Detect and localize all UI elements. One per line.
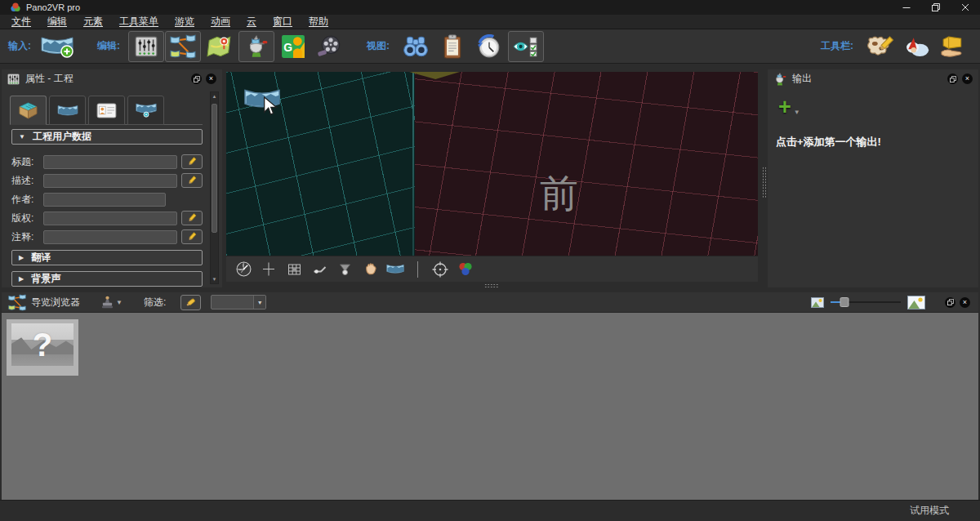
- description-input[interactable]: [43, 174, 177, 188]
- tab-viewing-parameters[interactable]: [127, 96, 164, 125]
- float-panel-button[interactable]: [191, 73, 202, 84]
- tab-user-data[interactable]: [88, 96, 125, 125]
- scroll-up-icon[interactable]: ▲: [211, 92, 218, 100]
- tour-browser-content[interactable]: ?: [2, 312, 978, 500]
- panorama-view-button[interactable]: [385, 260, 405, 279]
- author-input[interactable]: [43, 193, 166, 207]
- stamp-icon: [101, 296, 114, 309]
- comment-edit-button[interactable]: [181, 229, 203, 244]
- chevron-right-icon: ▶: [19, 275, 24, 283]
- input-group-label: 输入:: [8, 39, 31, 53]
- main-toolbar: 输入: 编辑: G: [0, 29, 980, 64]
- comment-label: 注释:: [11, 230, 39, 244]
- menu-tools[interactable]: 工具菜单: [111, 15, 167, 29]
- level-tool-icon: [312, 262, 327, 277]
- scrollbar-thumb[interactable]: [212, 104, 217, 233]
- title-edit-button[interactable]: [181, 154, 203, 169]
- section-project-user-data[interactable]: ▼ 工程用户数据: [11, 129, 203, 145]
- menu-tour[interactable]: 游览: [167, 15, 203, 29]
- menu-elements[interactable]: 元素: [75, 15, 111, 29]
- thumbnail-size-slider[interactable]: [831, 296, 901, 308]
- horizontal-splitter-handle[interactable]: [484, 283, 499, 287]
- output-panel-button[interactable]: [238, 31, 274, 62]
- preview-time-icon: [477, 34, 501, 59]
- center-target-button[interactable]: [430, 260, 450, 279]
- projection-cone-button[interactable]: [335, 260, 354, 279]
- components-report-button[interactable]: [434, 31, 470, 62]
- close-panel-button[interactable]: ×: [962, 73, 973, 84]
- package-output-button[interactable]: [935, 31, 971, 62]
- viewer-canvas[interactable]: 前: [226, 72, 758, 256]
- properties-content: ▼ 工程用户数据 标题: 描述: 作者: 版权:: [2, 125, 222, 287]
- gnome-cloud-button[interactable]: [898, 31, 934, 62]
- chevron-right-icon: ▶: [19, 254, 24, 261]
- add-output-button[interactable]: + ▼: [778, 98, 800, 116]
- animation-editor-button[interactable]: [312, 31, 348, 62]
- toolbar-separator: [417, 261, 418, 278]
- scroll-down-icon[interactable]: ▼: [211, 275, 218, 283]
- properties-icon: [7, 73, 20, 85]
- panorama-thumbnail[interactable]: ?: [7, 319, 78, 376]
- components-report-icon: [443, 34, 462, 59]
- close-panel-button[interactable]: ×: [206, 73, 216, 84]
- filter-marker-button[interactable]: [180, 295, 201, 310]
- slider-handle[interactable]: [840, 297, 849, 307]
- street-view-button[interactable]: G: [275, 31, 311, 62]
- properties-scrollbar[interactable]: ▲ ▼: [210, 91, 219, 284]
- comment-input[interactable]: [43, 230, 177, 244]
- section-background-sound[interactable]: ▶ 背景声: [11, 271, 203, 287]
- menu-help[interactable]: 帮助: [301, 15, 336, 29]
- menu-file[interactable]: 文件: [3, 15, 39, 29]
- titlebar: Pano2VR pro: [0, 0, 980, 15]
- minimize-icon: [902, 3, 911, 11]
- menu-edit[interactable]: 编辑: [39, 15, 75, 29]
- small-image-icon[interactable]: [811, 297, 824, 308]
- properties-panel-button[interactable]: [128, 31, 164, 62]
- chevron-down-icon: ▼: [116, 299, 122, 306]
- find-panoramas-button[interactable]: [398, 31, 434, 62]
- copyright-edit-button[interactable]: [181, 211, 203, 225]
- level-tool-button[interactable]: [310, 260, 329, 279]
- preview-time-button[interactable]: [471, 31, 507, 62]
- copyright-input[interactable]: [43, 212, 177, 225]
- tab-project[interactable]: [10, 96, 47, 125]
- stamp-tool-button[interactable]: ▼: [101, 296, 122, 309]
- compass-button[interactable]: [234, 260, 253, 279]
- large-image-icon[interactable]: [907, 296, 925, 309]
- description-edit-button[interactable]: [181, 173, 203, 188]
- output-panel: 输出 × + ▼ 点击+添加第一个输出!: [768, 69, 978, 287]
- field-row-copyright: 版权:: [11, 211, 203, 225]
- output-panel-title: 输出: [792, 72, 812, 86]
- float-panel-button[interactable]: [945, 297, 956, 308]
- crosshair-button[interactable]: [259, 260, 278, 279]
- tab-panorama[interactable]: [49, 96, 86, 125]
- tour-map-button[interactable]: [202, 31, 238, 62]
- grid-button[interactable]: [284, 260, 304, 279]
- title-input[interactable]: [43, 155, 177, 169]
- menu-window[interactable]: 窗口: [265, 15, 301, 29]
- viewer-toolbar: [226, 256, 758, 282]
- menu-cloud[interactable]: 云: [238, 15, 265, 29]
- menu-animation[interactable]: 动画: [203, 15, 238, 29]
- pan-hand-button[interactable]: [360, 260, 380, 279]
- svg-text:G: G: [283, 41, 292, 54]
- edit-group-label: 编辑:: [97, 39, 120, 53]
- filter-combobox[interactable]: ▼: [211, 295, 266, 309]
- skin-editor-button[interactable]: [862, 31, 898, 62]
- viewer-settings-button[interactable]: [508, 31, 544, 62]
- rgb-color-button[interactable]: [456, 260, 475, 279]
- tour-browser-button[interactable]: [165, 31, 201, 62]
- close-panel-button[interactable]: ×: [960, 297, 970, 308]
- properties-panel-header: 属性 - 工程 ×: [2, 69, 222, 88]
- float-panel-button[interactable]: [947, 73, 958, 84]
- vertical-splitter-handle[interactable]: [762, 167, 766, 198]
- minimize-button[interactable]: [892, 0, 921, 15]
- description-label: 描述:: [11, 174, 39, 188]
- close-button[interactable]: [951, 0, 980, 15]
- section-translation[interactable]: ▶ 翻译: [11, 250, 203, 265]
- skin-editor-icon: [866, 34, 893, 59]
- restore-button[interactable]: [921, 0, 951, 15]
- grid-icon: [287, 262, 302, 277]
- add-panorama-button[interactable]: [39, 31, 75, 62]
- close-icon: ×: [965, 75, 969, 82]
